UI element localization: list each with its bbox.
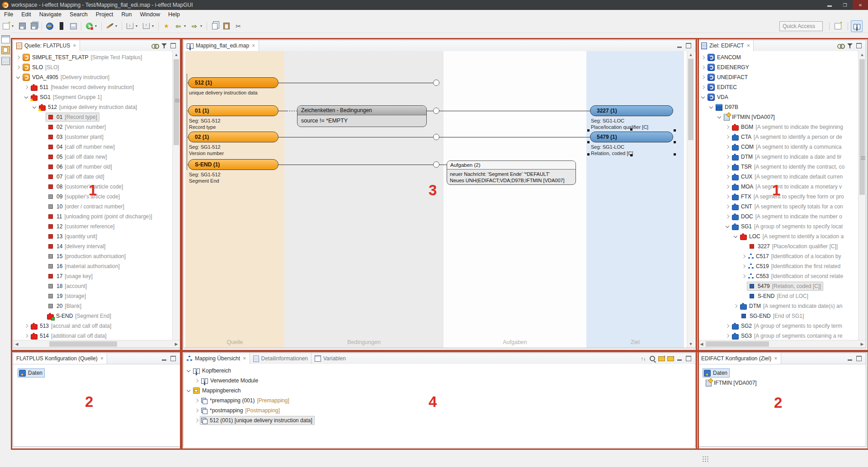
connector-circle[interactable] <box>433 161 439 168</box>
tree-item[interactable]: VDA_4905[Delivery instruction] <box>13 72 172 82</box>
link-editor-button[interactable] <box>151 42 160 50</box>
minimize-view-button[interactable] <box>160 354 169 363</box>
map-node-3227[interactable]: 3227 (1) <box>590 105 673 116</box>
tree-item[interactable]: 19[storage] <box>13 291 172 301</box>
maximize-view-button[interactable] <box>854 354 863 363</box>
tab-mapping-flat-edi[interactable]: Mapping_flat_edi.map ✕ <box>184 40 259 51</box>
expand-arrow[interactable] <box>741 253 747 259</box>
tree-item[interactable]: 512 (001) [unique delivery instruction d… <box>184 415 694 425</box>
expand-arrow[interactable] <box>724 223 731 230</box>
expand-arrow[interactable] <box>185 368 192 374</box>
tree-item[interactable]: FTX[A segment to specify free form or pr… <box>698 192 858 202</box>
tab-flatplus-konfiguration[interactable]: FLATPLUS Konfiguration (Quelle) ✕ <box>13 353 107 364</box>
tree-item[interactable]: 08[customer's article code] <box>13 182 172 192</box>
expand-arrow[interactable] <box>732 233 739 240</box>
tree-item[interactable]: 12[customer reference] <box>13 222 172 231</box>
last-edit-location-button[interactable]: ★ <box>161 21 172 32</box>
tree-item[interactable]: SG1[Segment Gruppe 1] <box>13 92 172 102</box>
maximize-view-button[interactable] <box>169 354 178 363</box>
minimize-view-button[interactable] <box>675 354 684 363</box>
tree-item[interactable]: 5479[Relation, coded [C]] <box>698 281 858 291</box>
expand-arrow[interactable] <box>23 333 29 339</box>
menu-project[interactable]: Project <box>92 10 118 19</box>
tree-item[interactable]: IFTMIN [VDA007] <box>698 112 858 122</box>
minimize-button[interactable]: ▬ <box>822 0 837 10</box>
tree-item[interactable]: DOC[A segment to indicate the number o <box>698 212 858 222</box>
menu-edit[interactable]: Edit <box>17 10 35 19</box>
tree-item[interactable]: TSR[A segment to identify the contract, … <box>698 162 858 172</box>
tree-item[interactable]: Mappingbereich <box>184 386 694 396</box>
expand-arrow[interactable] <box>193 417 200 424</box>
menu-window[interactable]: Window <box>136 10 164 19</box>
palette-view-icon[interactable] <box>1 46 10 54</box>
run-button[interactable] <box>84 21 94 32</box>
expand-arrow[interactable] <box>724 174 731 180</box>
tree-item[interactable]: BGM[A segment to indicate the beginning <box>698 122 858 132</box>
tree-item[interactable]: C517[Identification of a location by <box>698 251 858 261</box>
mark-dropdown[interactable]: ▾ <box>115 24 120 28</box>
expand-arrow[interactable] <box>193 407 200 414</box>
tree-item[interactable]: 09[supplier's article code] <box>13 192 172 202</box>
restore-view-icon[interactable] <box>1 35 10 43</box>
minimize-view-button[interactable] <box>845 354 854 363</box>
tree-item[interactable]: C553[Identification of second relate <box>698 271 858 281</box>
expand-arrow[interactable] <box>23 94 29 100</box>
task-box[interactable]: Aufgaben (2) neuer Nachricht: 'Segment E… <box>447 160 576 185</box>
tree-item[interactable]: CUX[A segment to indicate default curren <box>698 172 858 182</box>
open-ieffect-button[interactable] <box>44 21 55 32</box>
expand-arrow[interactable] <box>724 134 731 140</box>
selection-handle[interactable] <box>630 128 632 131</box>
outline-view-icon[interactable] <box>1 57 10 65</box>
import-dropdown[interactable]: ▾ <box>136 24 140 28</box>
filter-button[interactable] <box>160 42 169 50</box>
tree-item[interactable]: 513[accrual and call off data] <box>13 321 172 331</box>
tree-item[interactable]: 14[delivery interval] <box>13 241 172 251</box>
mapping-perspective-button[interactable] <box>851 20 863 32</box>
source-hscrollbar[interactable]: ◀ ▶ <box>13 340 180 348</box>
tree-item[interactable]: 11[unloading point (point of discharge)] <box>13 212 172 222</box>
tree-item[interactable]: VDA <box>698 92 858 102</box>
tree-item[interactable]: 07[call off date old] <box>13 172 172 182</box>
close-tab-icon[interactable]: ✕ <box>100 356 104 361</box>
tree-item[interactable]: SLO[SLO] <box>13 62 172 72</box>
tree-item[interactable]: 512[unique delivery instruction data] <box>13 102 172 112</box>
tree-item[interactable]: Kopfbereich <box>184 366 694 376</box>
tree-item[interactable]: 01[Record type] <box>13 112 172 122</box>
tree-item[interactable]: 3227[Place/location qualifier [C]] <box>698 241 858 251</box>
export-button[interactable]: ↑ <box>141 21 151 32</box>
link-editor-button[interactable] <box>836 42 845 50</box>
tree-item[interactable]: 13[quantity unit] <box>13 231 172 241</box>
menu-help[interactable]: Help <box>164 10 184 19</box>
expand-arrow[interactable] <box>741 273 747 279</box>
close-tab-icon[interactable]: ✕ <box>73 43 76 48</box>
expand-arrow[interactable] <box>724 203 731 210</box>
sort-button[interactable]: ↑↓ <box>639 354 648 363</box>
maximize-view-button[interactable] <box>684 42 693 50</box>
menu-run[interactable]: Run <box>118 10 136 19</box>
expand-arrow[interactable] <box>724 333 731 339</box>
expand-arrow[interactable] <box>724 213 731 220</box>
maximize-view-button[interactable] <box>684 354 693 363</box>
expand-arrow[interactable] <box>15 64 21 71</box>
console-button[interactable] <box>56 21 67 32</box>
expand-arrow[interactable] <box>724 193 731 200</box>
map-node-send[interactable]: S-END (1) <box>188 159 278 170</box>
expand-arrow[interactable] <box>724 323 731 329</box>
daten-item[interactable]: Daten <box>18 368 175 378</box>
maximize-view-button[interactable] <box>854 42 863 50</box>
expand-arrow[interactable] <box>15 54 21 61</box>
back-dropdown[interactable]: ▾ <box>184 24 189 28</box>
expand-arrow[interactable] <box>185 387 192 394</box>
map-node-512[interactable]: 512 (1) <box>188 77 278 88</box>
expand-arrow[interactable] <box>724 124 731 130</box>
tree-item[interactable]: *premapping (001)[Premapping] <box>184 396 694 406</box>
tab-ziel-edifact[interactable]: Ziel: EDIFACT ✕ <box>698 40 754 51</box>
selection-handle[interactable] <box>587 129 590 132</box>
collapse-all-button[interactable]: ↑ <box>657 354 666 363</box>
target-vscrollbar[interactable]: ▲ <box>858 51 866 340</box>
quick-access-input[interactable]: Quick Access <box>779 21 823 31</box>
save-as-button[interactable] <box>68 21 79 32</box>
expand-arrow[interactable] <box>700 74 706 80</box>
close-tab-icon[interactable]: ✕ <box>747 43 750 48</box>
tab-edifact-konfiguration[interactable]: EDIFACT Konfiguration (Ziel) ✕ <box>698 353 781 364</box>
